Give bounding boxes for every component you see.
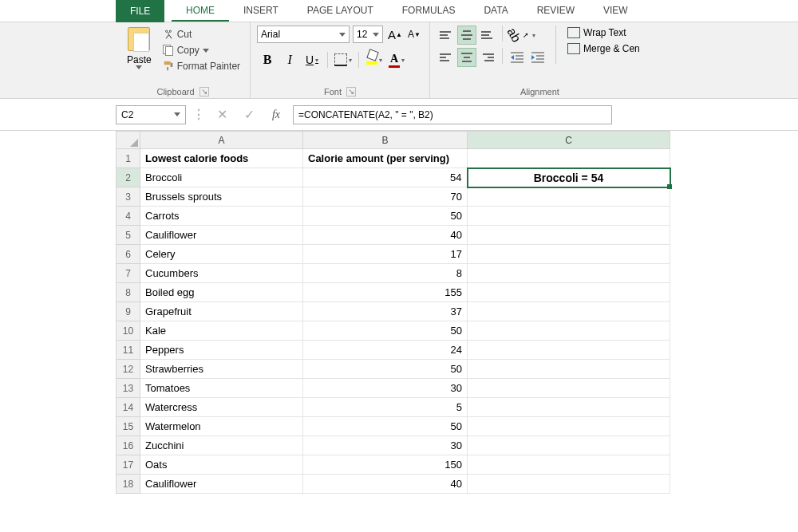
cell[interactable]: 40 (303, 226, 468, 245)
cell[interactable]: Watercress (140, 398, 303, 417)
cell[interactable] (468, 455, 670, 475)
cell[interactable] (468, 264, 670, 283)
cell[interactable]: 54 (303, 168, 468, 187)
cell[interactable] (468, 417, 670, 436)
align-middle-button[interactable] (457, 26, 476, 45)
row-header[interactable]: 12 (117, 360, 140, 379)
cell[interactable] (468, 207, 670, 226)
tab-insert[interactable]: INSERT (229, 0, 293, 22)
cell[interactable]: Boiled egg (140, 283, 303, 302)
cut-button[interactable]: Cut (160, 27, 243, 41)
font-color-button[interactable]: A▾ (386, 49, 407, 70)
cell[interactable]: Tomatoes (140, 379, 303, 398)
decrease-indent-button[interactable] (508, 48, 527, 67)
cell[interactable] (468, 226, 670, 245)
cell[interactable] (468, 398, 670, 417)
cell[interactable]: 5 (303, 398, 468, 417)
font-size-select[interactable]: 12 (353, 26, 383, 43)
row-header[interactable]: 8 (117, 283, 140, 302)
cell[interactable]: 50 (303, 207, 468, 226)
fx-button[interactable]: fx (266, 105, 286, 124)
paste-button[interactable]: Paste (122, 26, 156, 71)
cell[interactable]: Broccoli (140, 168, 303, 187)
tab-formulas[interactable]: FORMULAS (388, 0, 470, 22)
cell[interactable]: 155 (303, 283, 468, 302)
shrink-font-button[interactable]: A▼ (405, 26, 423, 43)
tab-data[interactable]: DATA (469, 0, 522, 22)
select-all-corner[interactable] (117, 132, 140, 149)
row-header[interactable]: 18 (117, 475, 140, 494)
cell[interactable]: Brussels sprouts (140, 187, 303, 207)
column-header-a[interactable]: A (140, 132, 303, 149)
cell[interactable] (468, 436, 670, 455)
row-header[interactable]: 7 (117, 264, 140, 283)
row-header[interactable]: 6 (117, 245, 140, 264)
cell[interactable] (468, 321, 670, 341)
cell[interactable]: 50 (303, 360, 468, 379)
row-header[interactable]: 9 (117, 302, 140, 321)
dialog-launcher-icon[interactable]: ↘ (346, 87, 356, 97)
cell[interactable] (468, 341, 670, 360)
tab-page-layout[interactable]: PAGE LAYOUT (293, 0, 388, 22)
cell[interactable] (468, 475, 670, 494)
tab-home[interactable]: HOME (172, 0, 229, 22)
cell[interactable]: 30 (303, 436, 468, 455)
cell[interactable] (468, 149, 670, 168)
cell[interactable]: 30 (303, 379, 468, 398)
row-header[interactable]: 14 (117, 398, 140, 417)
cell[interactable] (468, 245, 670, 264)
italic-button[interactable]: I (279, 49, 300, 70)
cell[interactable]: 8 (303, 264, 468, 283)
fill-color-button[interactable]: ▾ (364, 49, 385, 70)
row-header[interactable]: 17 (117, 455, 140, 475)
row-header[interactable]: 3 (117, 187, 140, 207)
row-header[interactable]: 11 (117, 341, 140, 360)
align-bottom-button[interactable] (478, 26, 497, 45)
cell[interactable]: 24 (303, 341, 468, 360)
row-header[interactable]: 1 (117, 149, 140, 168)
cell[interactable]: Carrots (140, 207, 303, 226)
bold-button[interactable]: B (257, 49, 278, 70)
tab-file[interactable]: FILE (116, 0, 164, 22)
cell[interactable]: 37 (303, 302, 468, 321)
border-button[interactable]: ▾ (333, 49, 354, 70)
cell[interactable]: 17 (303, 245, 468, 264)
cell[interactable]: Oats (140, 455, 303, 475)
cell[interactable]: Cauliflower (140, 475, 303, 494)
row-header[interactable]: 5 (117, 226, 140, 245)
name-box[interactable]: C2 (116, 105, 186, 124)
align-top-button[interactable] (437, 26, 456, 45)
cell[interactable]: Strawberries (140, 360, 303, 379)
column-header-b[interactable]: B (303, 132, 468, 149)
orientation-button[interactable]: ab➚▾ (508, 26, 535, 45)
cell[interactable] (468, 283, 670, 302)
active-cell[interactable]: Broccoli = 54 (468, 168, 670, 187)
formula-input[interactable]: =CONCATENATE(A2, " = ", B2) (293, 105, 612, 124)
align-left-button[interactable] (437, 48, 456, 67)
cell[interactable]: Watermelon (140, 417, 303, 436)
dialog-launcher-icon[interactable]: ↘ (200, 87, 209, 97)
row-header[interactable]: 4 (117, 207, 140, 226)
underline-button[interactable]: U▾ (302, 49, 322, 70)
cell[interactable]: Peppers (140, 341, 303, 360)
cell[interactable] (468, 360, 670, 379)
row-header[interactable]: 10 (117, 321, 140, 341)
column-header-c[interactable]: C (468, 132, 670, 149)
cell[interactable]: Lowest calorie foods (140, 149, 303, 168)
accept-formula-button[interactable]: ✓ (239, 105, 259, 124)
cell[interactable]: Calorie amount (per serving) (303, 149, 468, 168)
merge-center-button[interactable]: Merge & Cen (564, 41, 643, 56)
row-header[interactable]: 16 (117, 436, 140, 455)
cell[interactable]: Zucchini (140, 436, 303, 455)
cell[interactable]: 150 (303, 455, 468, 475)
copy-button[interactable]: Copy (160, 43, 243, 57)
cell[interactable]: 50 (303, 417, 468, 436)
cell[interactable]: Cauliflower (140, 226, 303, 245)
cell[interactable]: Kale (140, 321, 303, 341)
cell[interactable]: 40 (303, 475, 468, 494)
cell[interactable]: Celery (140, 245, 303, 264)
font-name-select[interactable]: Arial (257, 26, 350, 43)
row-header[interactable]: 15 (117, 417, 140, 436)
tab-view[interactable]: VIEW (589, 0, 642, 22)
align-right-button[interactable] (478, 48, 497, 67)
